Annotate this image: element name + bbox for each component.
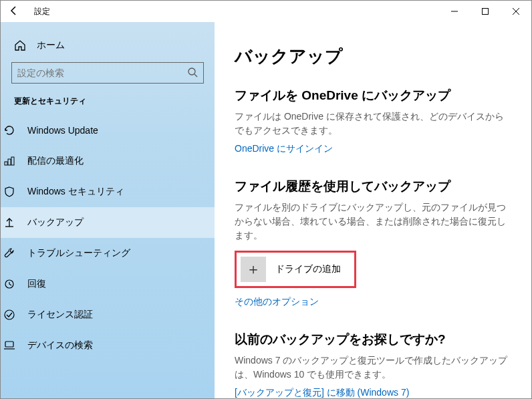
section-heading: ファイル履歴を使用してバックアップ (235, 178, 511, 195)
sidebar-item-windows-update[interactable]: Windows Update (1, 115, 215, 146)
svg-rect-7 (8, 159, 11, 165)
sidebar-home-label: ホーム (37, 39, 65, 51)
content-pane: バックアップ ファイルを OneDrive にバックアップ ファイルは OneD… (215, 22, 531, 398)
update-icon (3, 124, 15, 136)
minimize-button[interactable] (439, 1, 470, 22)
section-onedrive: ファイルを OneDrive にバックアップ ファイルは OneDrive に保… (235, 87, 511, 155)
section-filehistory: ファイル履歴を使用してバックアップ ファイルを別のドライブにバックアップし、元の… (235, 178, 511, 308)
plus-icon: ＋ (241, 257, 266, 282)
sidebar-home[interactable]: ホーム (11, 34, 204, 62)
sidebar-item-label: ライセンス認証 (27, 309, 93, 321)
find-device-icon (3, 340, 15, 352)
add-drive-button[interactable]: ＋ ドライブの追加 (235, 251, 356, 288)
sidebar-item-find-device[interactable]: デバイスの検索 (1, 330, 215, 361)
sidebar-item-label: デバイスの検索 (27, 340, 93, 352)
add-drive-label: ドライブの追加 (275, 263, 341, 275)
sidebar-item-windows-security[interactable]: Windows セキュリティ (1, 176, 215, 207)
activation-icon (3, 309, 15, 321)
onedrive-signin-link[interactable]: OneDrive にサインイン (235, 143, 333, 155)
wrench-icon (3, 247, 15, 259)
sidebar-item-activation[interactable]: ライセンス認証 (1, 299, 215, 330)
svg-rect-1 (483, 9, 489, 15)
sidebar-item-troubleshoot[interactable]: トラブルシューティング (1, 238, 215, 269)
maximize-button[interactable] (470, 1, 501, 22)
sidebar: ホーム 更新とセキュリティ Windows Update (1, 22, 215, 398)
search-input[interactable] (11, 62, 204, 84)
sidebar-item-label: Windows Update (27, 125, 98, 136)
home-icon (14, 39, 26, 51)
section-legacy-backup: 以前のバックアップをお探しですか? Windows 7 のバックアップと復元ツー… (235, 331, 511, 398)
section-heading: 以前のバックアップをお探しですか? (235, 331, 511, 348)
backup-icon (3, 217, 15, 229)
sidebar-nav: Windows Update 配信の最適化 Windows セキュリティ (1, 115, 215, 361)
svg-line-5 (194, 74, 197, 77)
svg-rect-13 (5, 342, 13, 347)
sidebar-item-delivery-optimization[interactable]: 配信の最適化 (1, 146, 215, 176)
sidebar-item-recovery[interactable]: 回復 (1, 269, 215, 299)
svg-point-12 (5, 310, 14, 319)
section-description: ファイルを別のドライブにバックアップし、元のファイルが見つからない場合、壊れてい… (235, 201, 511, 243)
svg-point-4 (188, 68, 195, 75)
sidebar-item-backup[interactable]: バックアップ (1, 207, 215, 238)
section-description: ファイルは OneDrive に保存されて保護され、どのデバイスからでもアクセス… (235, 110, 511, 138)
sidebar-item-label: 回復 (27, 278, 46, 290)
search-field[interactable] (17, 68, 187, 78)
sidebar-item-label: バックアップ (27, 217, 84, 229)
back-button[interactable] (9, 5, 19, 18)
section-heading: ファイルを OneDrive にバックアップ (235, 87, 511, 104)
search-icon (187, 67, 198, 80)
svg-rect-6 (5, 162, 7, 165)
delivery-icon (3, 155, 15, 167)
page-title: バックアップ (235, 45, 511, 68)
window-title: 設定 (31, 6, 50, 17)
sidebar-item-label: トラブルシューティング (27, 247, 130, 259)
section-description: Windows 7 のバックアップと復元ツールで作成したバックアップは、Wind… (235, 354, 511, 382)
sidebar-item-label: Windows セキュリティ (27, 186, 124, 198)
shield-icon (3, 186, 15, 198)
recovery-icon (3, 278, 15, 290)
more-options-link[interactable]: その他のオプション (235, 296, 319, 308)
svg-rect-8 (11, 157, 14, 165)
legacy-backup-link[interactable]: [バックアップと復元] に移動 (Windows 7) (235, 387, 409, 398)
sidebar-item-label: 配信の最適化 (27, 155, 84, 167)
close-button[interactable] (501, 1, 531, 22)
sidebar-section-heading: 更新とセキュリティ (11, 96, 204, 115)
titlebar: 設定 (1, 1, 531, 22)
